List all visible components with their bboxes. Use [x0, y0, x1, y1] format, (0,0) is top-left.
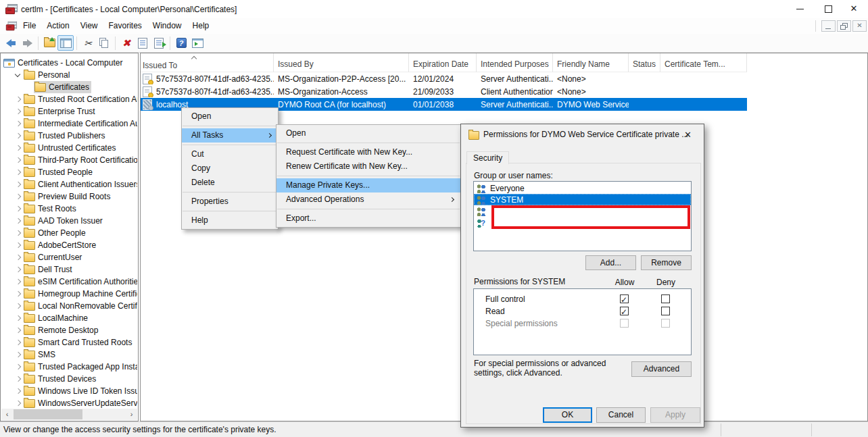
allow-checkbox[interactable] [620, 319, 629, 328]
expand-chevron-icon[interactable] [14, 326, 23, 334]
column-header-issued-by[interactable]: Issued By [274, 53, 409, 72]
certificate-row[interactable]: 57c7537d-807f-41df-ad63-4235... MS-Organ… [141, 72, 747, 85]
scrollbar-thumb[interactable] [14, 409, 82, 419]
add-button[interactable]: Add... [585, 255, 636, 270]
expand-chevron-icon[interactable] [14, 144, 23, 152]
forward-button[interactable] [19, 35, 35, 51]
tree-item[interactable]: AAD Token Issuer [1, 215, 137, 227]
context-menu-item[interactable]: Copy [182, 161, 278, 176]
expand-chevron-icon[interactable] [14, 241, 23, 249]
column-header-certificate-template[interactable]: Certificate Tem... [660, 53, 747, 72]
menu-view[interactable]: View [75, 18, 103, 34]
submenu-item[interactable]: Advanced Operations [276, 192, 460, 207]
expand-chevron-icon[interactable] [24, 83, 34, 91]
tree-item[interactable]: WindowsServerUpdateServices [1, 397, 137, 409]
context-menu-item[interactable]: Cut [182, 147, 278, 161]
cut-button[interactable] [80, 35, 96, 51]
expand-chevron-icon[interactable] [14, 107, 23, 115]
tree-item[interactable]: Untrusted Certificates [1, 142, 137, 154]
tree-horizontal-scrollbar[interactable]: ‹ › [1, 409, 137, 420]
properties-button[interactable] [135, 35, 151, 51]
advanced-button[interactable]: Advanced [631, 361, 692, 377]
child-restore-button[interactable] [837, 20, 851, 32]
dialog-close-button[interactable]: ✕ [673, 125, 703, 145]
tree-item[interactable]: SMS [1, 349, 137, 361]
expand-chevron-icon[interactable] [14, 156, 23, 164]
expand-chevron-icon[interactable] [14, 120, 23, 128]
expand-chevron-icon[interactable] [14, 253, 23, 261]
expand-chevron-icon[interactable] [14, 95, 23, 103]
context-menu-item[interactable]: Open [182, 109, 278, 124]
group-user-item[interactable]: Everyone [474, 182, 691, 194]
expand-chevron-icon[interactable] [14, 265, 23, 274]
expand-chevron-icon[interactable] [14, 387, 23, 395]
remove-button[interactable]: Remove [641, 255, 692, 270]
expand-chevron-icon[interactable] [14, 217, 23, 225]
tree-item[interactable]: Third-Party Root Certification Authoriti… [1, 154, 137, 166]
back-button[interactable] [3, 35, 19, 51]
tree-item[interactable]: Trusted People [1, 166, 137, 178]
column-header-intended-purposes[interactable]: Intended Purposes [477, 53, 553, 72]
context-menu-item[interactable]: All Tasks [182, 128, 278, 143]
expand-chevron-icon[interactable] [14, 302, 23, 310]
tree-item[interactable]: Certificates - Local Computer [1, 57, 137, 69]
submenu-item[interactable]: Manage Private Keys... [276, 178, 460, 192]
menu-help[interactable]: Help [187, 18, 215, 34]
deny-checkbox[interactable] [661, 307, 670, 315]
help-button[interactable] [173, 35, 189, 51]
tree-item[interactable]: Trusted Root Certification Authorities [1, 93, 137, 105]
expand-chevron-icon[interactable] [14, 180, 23, 188]
cancel-button[interactable]: Cancel [596, 407, 646, 423]
delete-button[interactable] [118, 35, 135, 51]
deny-checkbox[interactable] [661, 319, 670, 328]
menu-file[interactable]: File [18, 18, 41, 34]
expand-chevron-icon[interactable] [14, 314, 23, 322]
tree-item[interactable]: Test Roots [1, 203, 137, 215]
scroll-left-icon[interactable]: ‹ [1, 409, 13, 420]
expand-chevron-icon[interactable] [14, 375, 23, 383]
certificate-row[interactable]: 57c7537d-807f-41df-ad63-4235... MS-Organ… [141, 85, 747, 98]
close-button[interactable]: ✕ [842, 0, 865, 18]
column-header-friendly-name[interactable]: Friendly Name [553, 53, 629, 72]
tree-item[interactable]: Client Authentication Issuers [1, 178, 137, 190]
expand-chevron-icon[interactable] [14, 132, 23, 140]
tree-item[interactable]: Trusted Packaged App Installation Author… [1, 361, 137, 373]
expand-chevron-icon[interactable] [14, 363, 23, 371]
tree-item[interactable]: Intermediate Certification Authorities [1, 118, 137, 130]
context-menu-item[interactable]: Help [182, 213, 278, 228]
expand-chevron-icon[interactable] [14, 192, 23, 201]
expand-chevron-icon[interactable] [14, 205, 23, 213]
tree-item[interactable]: Enterprise Trust [1, 105, 137, 118]
tree-item[interactable]: eSIM Certification Authorities [1, 276, 137, 288]
expand-chevron-icon[interactable] [14, 71, 23, 79]
up-one-level-button[interactable] [41, 35, 57, 51]
copy-button[interactable] [96, 35, 112, 51]
expand-chevron-icon[interactable] [14, 229, 23, 237]
allow-checkbox[interactable] [620, 307, 629, 315]
expand-chevron-icon[interactable] [14, 338, 23, 346]
maximize-button[interactable] [817, 0, 840, 18]
export-list-button[interactable] [151, 35, 167, 51]
tree-item[interactable]: Windows Live ID Token Issuer [1, 385, 137, 397]
expand-chevron-icon[interactable] [14, 278, 23, 286]
minimize-button[interactable] [788, 0, 811, 18]
menu-favorites[interactable]: Favorites [103, 18, 147, 34]
tree-item[interactable]: Personal [1, 69, 137, 81]
tab-security[interactable]: Security [466, 151, 509, 164]
tree-item[interactable]: Local NonRemovable Certificates [1, 300, 137, 312]
child-close-button[interactable] [852, 20, 867, 32]
tree-item[interactable]: CurrentUser [1, 251, 137, 263]
expand-chevron-icon[interactable] [14, 290, 23, 298]
tree-item[interactable]: AdobeCertStore [1, 239, 137, 251]
menu-window[interactable]: Window [147, 18, 187, 34]
expand-chevron-icon[interactable] [14, 168, 23, 176]
submenu-item[interactable]: Open [276, 126, 460, 140]
submenu-item[interactable]: Renew Certificate with New Key... [276, 159, 460, 174]
tree-item[interactable]: Certificates [1, 81, 137, 93]
tree-item[interactable]: Smart Card Trusted Roots [1, 336, 137, 349]
submenu-item[interactable]: Export... [276, 211, 460, 226]
tree-item[interactable]: Homegroup Machine Certificates [1, 288, 137, 300]
context-menu-item[interactable]: Properties [182, 195, 278, 209]
child-minimize-button[interactable] [821, 20, 836, 32]
tree-item[interactable]: LocalMachine [1, 312, 137, 324]
